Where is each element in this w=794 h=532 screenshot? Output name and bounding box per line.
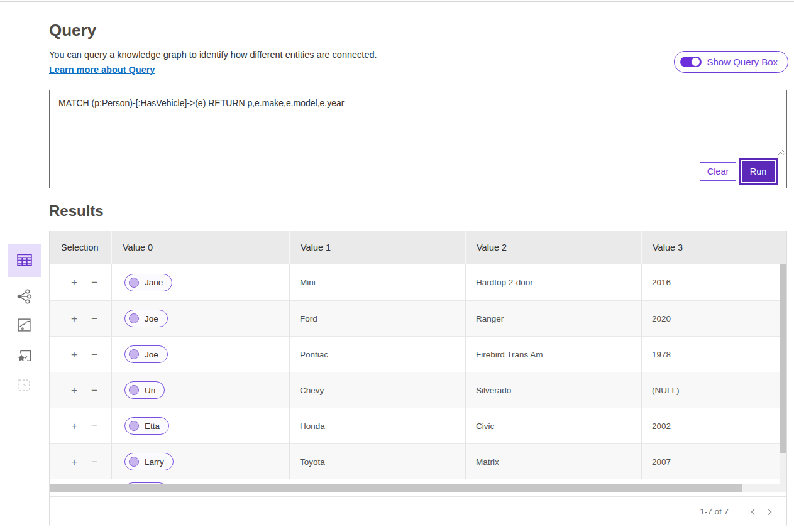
value2-cell: Ranger [465,301,641,336]
entity-pill[interactable]: Etta [124,417,169,435]
results-panel: Selection Value 0 Value 1 Value 2 Value … [49,231,787,526]
column-header: Value 2 [465,231,641,264]
entity-pill[interactable]: Uri [124,381,165,399]
top-divider [0,1,794,2]
selection-cell: + − [50,337,111,372]
add-selection-button[interactable]: + [71,349,77,360]
page-description: You can query a knowledge graph to ident… [49,50,377,60]
value1-cell: Pontiac [289,337,465,372]
column-header: Selection [50,231,111,264]
sidebar-item-new-map-view[interactable] [8,343,41,372]
table-row: + − Etta Honda Civic 2002 [50,408,786,443]
add-selection-button[interactable]: + [71,457,77,467]
remove-selection-button[interactable]: − [91,313,97,324]
value3-cell: 1978 [641,337,788,372]
remove-selection-button[interactable]: − [91,349,97,360]
selection-cell: + − [50,301,111,336]
toggle-label: Show Query Box [707,57,778,67]
column-header: Value 1 [289,231,465,264]
add-selection-button[interactable]: + [71,277,77,288]
remove-selection-button[interactable]: − [91,277,97,288]
value2-cell: Firebird Trans Am [465,337,641,372]
next-page-button[interactable] [761,504,778,520]
new-map-view-icon [16,348,33,367]
link-chart-view-icon [16,288,33,307]
table-row: + − Larry Toyota Matrix 2007 [50,443,786,479]
value2-cell: Hardtop 2-door [465,264,641,300]
entity-pill-label: Joe [145,350,158,359]
entity-node-icon [129,349,139,359]
previous-page-button[interactable] [745,504,761,520]
resize-grip-icon[interactable] [778,146,785,158]
entity-pill-label: Etta [145,421,160,431]
add-selection-button[interactable]: + [71,385,77,396]
sidebar-item-selection-tool [8,372,41,401]
value0-cell: Joe [111,301,289,336]
column-header: Value 0 [111,231,289,264]
entity-pill[interactable]: Joe [124,310,168,327]
selection-tool-icon [16,377,32,395]
entity-pill-label: Larry [145,457,164,467]
remove-selection-button[interactable]: − [91,457,97,467]
value1-cell: Toyota [289,444,465,479]
value3-cell: (NULL) [641,372,788,408]
value0-cell: Larry [111,444,289,479]
entity-pill-label: Uri [145,386,155,395]
value0-cell: Jane [111,264,289,300]
selection-cell: + − [50,264,111,300]
entity-node-icon [129,313,139,323]
add-selection-button[interactable]: + [71,421,77,432]
entity-node-icon [129,385,139,395]
map-view-icon [16,317,32,335]
value0-cell: Etta [111,408,289,443]
entity-pill[interactable]: Larry [124,453,174,470]
selection-cell: + − [50,444,111,479]
remove-selection-button[interactable]: − [91,421,97,432]
clear-button[interactable]: Clear [700,162,736,181]
entity-node-icon [129,457,139,467]
value0-cell: Joe [111,337,289,372]
show-query-box-toggle[interactable]: Show Query Box [674,51,788,73]
value2-cell: Matrix [465,444,641,479]
value1-cell: Chevy [289,372,465,408]
page-title: Query [49,21,96,40]
learn-more-link[interactable]: Learn more about Query [49,65,155,75]
add-selection-button[interactable]: + [71,313,77,324]
entity-node-icon [129,278,139,288]
panel-gap [50,492,786,496]
sidebar-item-table-view[interactable] [8,244,41,277]
run-button[interactable]: Run [742,161,775,182]
value1-cell: Ford [289,301,465,336]
selection-cell: + − [50,408,111,443]
sidebar-divider [8,337,41,337]
table-body: + − Jane Mini Hardtop 2-door 2016 + − Jo… [50,264,786,484]
entity-pill[interactable]: Joe [124,345,168,363]
value2-cell: Silverado [465,372,641,408]
value1-cell: Mini [289,264,465,300]
value2-cell: Civic [465,408,641,443]
query-input[interactable]: MATCH (p:Person)-[:HasVehicle]->(e) RETU… [50,90,786,155]
table-row-partial [50,479,786,484]
value3-cell: 2020 [641,301,788,336]
vertical-scrollbar-thumb[interactable] [780,264,786,453]
results-title: Results [49,202,104,220]
column-header: Value 3 [641,231,788,264]
table-footer: 1-7 of 7 [50,496,786,526]
remove-selection-button[interactable]: − [91,385,97,396]
vertical-scrollbar[interactable] [780,264,786,484]
value0-cell: Uri [111,372,289,408]
table-row: + − Joe Ford Ranger 2020 [50,300,786,336]
horizontal-scrollbar[interactable] [50,484,786,492]
selection-cell: + − [50,372,111,408]
value1-cell: Honda [289,408,465,443]
entity-pill-label: Jane [145,278,163,287]
sidebar-item-link-chart-view[interactable] [8,283,41,312]
query-actions-bar: Clear Run [50,155,786,188]
table-header-row: Selection Value 0 Value 1 Value 2 Value … [50,231,786,264]
table-row: + − Jane Mini Hardtop 2-door 2016 [50,264,786,300]
table-row: + − Uri Chevy Silverado (NULL) [50,372,786,408]
entity-pill[interactable]: Jane [124,274,172,291]
toggle-switch-icon [680,57,702,67]
horizontal-scrollbar-thumb[interactable] [50,484,742,492]
table-view-icon [16,252,33,270]
